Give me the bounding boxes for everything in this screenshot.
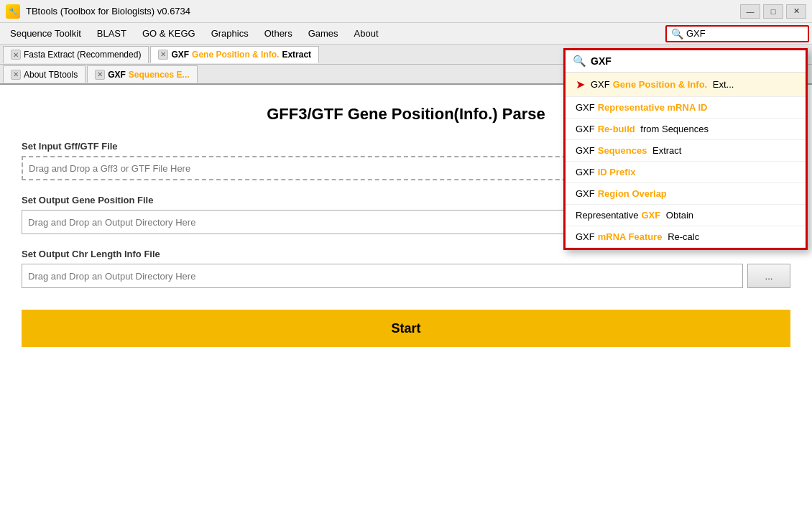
tab-gxf-label2: Gene Position & Info. — [192, 50, 279, 60]
output-chr-group: Set Output Chr Length Info File ... — [22, 249, 790, 288]
dd-text: GXF — [576, 145, 595, 156]
dd-text-orange: Gene Position & Info. — [613, 79, 707, 90]
start-button[interactable]: Start — [22, 310, 790, 347]
dropdown-item-mrna-recalc[interactable]: GXF mRNA Feature Re-calc — [566, 226, 806, 248]
maximize-button[interactable]: □ — [763, 4, 783, 19]
dropdown-item-rebuild[interactable]: GXF Re-build from Sequences — [566, 119, 806, 140]
search-icon: 🔍 — [671, 28, 683, 40]
dropdown-search-input[interactable] — [591, 55, 798, 67]
dd-text: GXF — [576, 188, 595, 199]
dd-text: GXF — [591, 79, 610, 90]
tab-close-about[interactable]: ✕ — [11, 70, 21, 80]
dropdown-search-icon: 🔍 — [573, 55, 586, 68]
search-input[interactable] — [686, 28, 794, 39]
output-chr-label: Set Output Chr Length Info File — [22, 249, 790, 259]
dd-text: GXF — [576, 102, 595, 113]
dd-text-orange: Representative mRNA ID — [598, 102, 708, 113]
minimize-button[interactable]: — — [740, 4, 760, 19]
tab-fasta[interactable]: ✕ Fasta Extract (Recommended) — [3, 46, 149, 63]
tab-close-fasta[interactable]: ✕ — [11, 50, 21, 60]
dd-text-orange: mRNA Feature — [598, 231, 663, 242]
menu-sequence-toolkit[interactable]: Sequence Toolkit — [3, 25, 88, 42]
dd-text-orange: GXF — [641, 210, 660, 221]
title-bar: 🔧 TBtools (Toolbox for Biologists) v0.67… — [0, 0, 812, 23]
tab-about[interactable]: ✕ About TBtools — [3, 65, 86, 83]
tab-gxfseq-label2: Sequences E... — [129, 70, 190, 80]
title-bar-left: 🔧 TBtools (Toolbox for Biologists) v0.67… — [6, 4, 190, 19]
dd-text-orange: Re-build — [598, 124, 635, 134]
tab-gxf-label3: Extract — [282, 50, 311, 60]
menu-go-kegg[interactable]: GO & KEGG — [135, 25, 203, 42]
tab-close-gxfseq[interactable]: ✕ — [95, 70, 105, 80]
tab-close-gxf[interactable]: ✕ — [158, 50, 168, 60]
tab-gxf-seq[interactable]: ✕ GXF Sequences E... — [87, 65, 197, 83]
dd-text2: Ext... — [710, 79, 734, 90]
dd-text2: Re-calc — [665, 231, 700, 242]
menu-graphics[interactable]: Graphics — [204, 25, 256, 42]
window-controls: — □ ✕ — [740, 4, 806, 19]
tab-gxf-label1: GXF — [171, 50, 189, 60]
dropdown-item-region-overlap[interactable]: GXF Region Overlap — [566, 183, 806, 205]
menu-others[interactable]: Others — [257, 25, 300, 42]
dd-text2: from Sequences — [638, 124, 709, 134]
dropdown-item-seq-extract[interactable]: GXF Sequences Extract — [566, 140, 806, 162]
dropdown-item-id-prefix[interactable]: GXF ID Prefix — [566, 162, 806, 183]
dropdown-item-rep-mrna[interactable]: GXF Representative mRNA ID — [566, 97, 806, 119]
output-chr-row: ... — [22, 264, 790, 288]
tab-gxf[interactable]: ✕ GXF Gene Position & Info. Extract — [150, 46, 319, 63]
tab-label-about: About TBtools — [24, 70, 78, 80]
menu-bar: Sequence Toolkit BLAST GO & KEGG Graphic… — [0, 23, 812, 45]
dd-text2: Extract — [650, 145, 681, 156]
dd-text-orange: Sequences — [598, 145, 647, 156]
app-title: TBtools (Toolbox for Biologists) v0.6734 — [26, 6, 190, 17]
menu-about[interactable]: About — [347, 25, 386, 42]
menu-blast[interactable]: BLAST — [90, 25, 134, 42]
dd-text2: Obtain — [663, 210, 693, 221]
output-chr-field[interactable] — [22, 264, 743, 288]
arrow-icon: ➤ — [576, 78, 585, 91]
dd-text: GXF — [576, 231, 595, 242]
tab-gxfseq-label1: GXF — [108, 70, 126, 80]
dd-text: Representative — [576, 210, 638, 221]
close-button[interactable]: ✕ — [786, 4, 806, 19]
app-icon: 🔧 — [6, 4, 20, 19]
dd-text-orange: Region Overlap — [598, 188, 667, 199]
dropdown-item-gene-pos[interactable]: ➤ GXF Gene Position & Info. Ext... — [566, 73, 806, 97]
dropdown-item-rep-gxf[interactable]: Representative GXF Obtain — [566, 205, 806, 226]
menu-games[interactable]: Games — [301, 25, 346, 42]
dropdown-search-row: 🔍 — [566, 50, 806, 73]
dd-text: GXF — [576, 124, 595, 134]
output-chr-browse-btn[interactable]: ... — [747, 264, 790, 288]
dd-text-orange: ID Prefix — [598, 167, 636, 177]
search-dropdown: 🔍 ➤ GXF Gene Position & Info. Ext... GXF… — [563, 48, 808, 250]
tab-label-fasta: Fasta Extract (Recommended) — [24, 50, 141, 60]
dd-text: GXF — [576, 167, 595, 177]
search-area: 🔍 🔍 ➤ GXF Gene Position & Info. Ext... G… — [665, 25, 809, 42]
